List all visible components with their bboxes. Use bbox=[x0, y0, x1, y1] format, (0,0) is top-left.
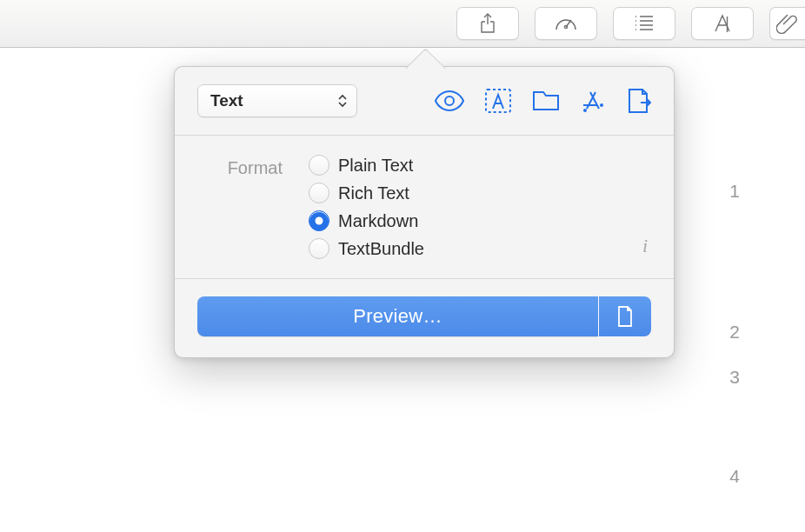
page-number: 3 bbox=[729, 367, 740, 388]
divider bbox=[175, 278, 674, 279]
info-icon[interactable]: i bbox=[642, 156, 651, 257]
radio-textbundle[interactable]: TextBundle bbox=[309, 238, 616, 259]
gauge-icon bbox=[554, 12, 578, 35]
radio-label: Markdown bbox=[338, 211, 418, 231]
text-selection-icon[interactable] bbox=[484, 88, 512, 114]
chevrons-icon bbox=[337, 94, 348, 108]
radio-indicator bbox=[309, 183, 329, 203]
eye-icon[interactable] bbox=[434, 90, 465, 112]
outline-button[interactable] bbox=[613, 7, 675, 40]
folder-icon[interactable] bbox=[531, 89, 561, 113]
text-dropdown[interactable]: Text bbox=[197, 84, 357, 117]
document-icon bbox=[616, 305, 634, 328]
page-number: 4 bbox=[729, 466, 740, 487]
page-number: 2 bbox=[729, 322, 740, 342]
action-row: Preview… bbox=[197, 296, 651, 336]
letter-a-icon bbox=[712, 13, 733, 34]
radio-indicator bbox=[309, 210, 329, 231]
svg-point-4 bbox=[600, 103, 603, 107]
preview-button-label: Preview… bbox=[353, 305, 442, 328]
radio-indicator bbox=[309, 155, 329, 176]
page-number: 1 bbox=[729, 181, 740, 202]
format-radio-group: Plain Text Rich Text Markdown TextBundle bbox=[309, 155, 616, 259]
export-popover: Text bbox=[174, 66, 675, 358]
radio-indicator bbox=[309, 238, 329, 259]
format-label: Format bbox=[197, 155, 283, 178]
app-store-icon[interactable] bbox=[580, 88, 606, 114]
preview-button[interactable]: Preview… bbox=[197, 296, 598, 336]
export-icon[interactable] bbox=[625, 87, 651, 115]
paperclip-icon bbox=[776, 12, 799, 35]
toolbar bbox=[0, 0, 805, 48]
list-icon bbox=[632, 14, 656, 33]
radio-label: TextBundle bbox=[338, 239, 424, 259]
attach-button[interactable] bbox=[769, 7, 805, 40]
dashboard-button[interactable] bbox=[535, 7, 597, 40]
share-icon bbox=[477, 12, 498, 35]
radio-rich-text[interactable]: Rich Text bbox=[309, 183, 616, 203]
radio-label: Rich Text bbox=[338, 183, 409, 203]
share-button[interactable] bbox=[456, 7, 519, 40]
svg-point-2 bbox=[445, 96, 454, 105]
dropdown-label: Text bbox=[210, 91, 243, 110]
radio-plain-text[interactable]: Plain Text bbox=[309, 155, 616, 176]
radio-markdown[interactable]: Markdown bbox=[309, 210, 616, 231]
preview-aux-button[interactable] bbox=[599, 296, 651, 336]
appearance-button[interactable] bbox=[691, 7, 754, 40]
svg-point-5 bbox=[583, 109, 587, 112]
radio-label: Plain Text bbox=[338, 156, 413, 176]
